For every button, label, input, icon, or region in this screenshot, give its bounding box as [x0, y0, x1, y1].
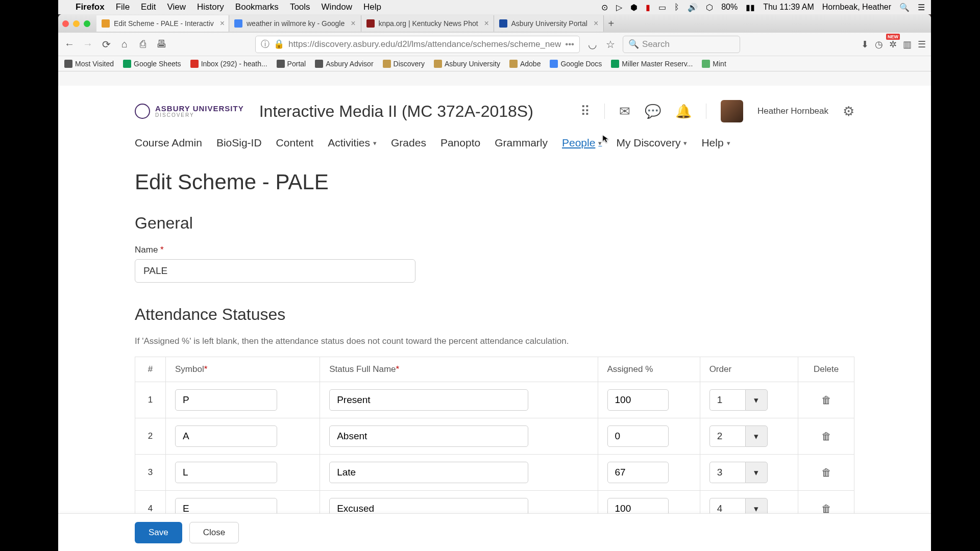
- print-icon[interactable]: 🖶: [155, 38, 167, 50]
- wifi-icon[interactable]: ⬡: [706, 3, 713, 12]
- close-tab-icon[interactable]: ×: [220, 19, 225, 28]
- browser-tab[interactable]: knpa.org | Kentucky News Phot×: [361, 15, 494, 32]
- status-name-input[interactable]: [329, 498, 528, 513]
- bookmark-item[interactable]: Adobe: [509, 60, 541, 68]
- window-maximize-button[interactable]: [84, 20, 90, 27]
- gear-icon[interactable]: ⚙: [843, 104, 854, 119]
- symbol-input[interactable]: [175, 389, 277, 411]
- bookmark-item[interactable]: Discovery: [383, 60, 425, 68]
- close-tab-icon[interactable]: ×: [594, 19, 598, 28]
- nav-item-panopto[interactable]: Panopto: [440, 137, 480, 149]
- bookmark-item[interactable]: Mint: [702, 60, 726, 68]
- nav-item-grades[interactable]: Grades: [391, 137, 426, 149]
- menubar-item[interactable]: Tools: [290, 2, 310, 12]
- status-icon[interactable]: ▮: [646, 3, 650, 12]
- volume-icon[interactable]: 🔊: [688, 3, 698, 12]
- more-icon[interactable]: •••: [565, 39, 574, 49]
- library-icon[interactable]: ⎙: [137, 38, 149, 50]
- close-tab-icon[interactable]: ×: [351, 19, 355, 28]
- back-button[interactable]: ←: [63, 38, 76, 50]
- chevron-down-icon[interactable]: ▾: [745, 498, 768, 513]
- menubar-item[interactable]: Window: [322, 2, 352, 12]
- forward-button[interactable]: →: [82, 38, 94, 50]
- chevron-down-icon[interactable]: ▾: [745, 462, 768, 483]
- menubar-item[interactable]: Bookmarks: [235, 2, 279, 12]
- nav-item-course-admin[interactable]: Course Admin: [135, 137, 202, 149]
- home-button[interactable]: ⌂: [118, 38, 131, 50]
- university-logo[interactable]: ASBURY UNIVERSITY DISCOVERY: [135, 104, 244, 119]
- bookmark-star-icon[interactable]: ☆: [604, 38, 617, 51]
- browser-tab[interactable]: Edit Scheme - PALE - Interactiv×: [96, 15, 229, 32]
- menubar-item[interactable]: Edit: [141, 2, 156, 12]
- downloads-icon[interactable]: ⬇: [861, 39, 869, 50]
- order-select[interactable]: 2▾: [709, 425, 789, 447]
- symbol-input[interactable]: [175, 462, 277, 483]
- chat-icon[interactable]: 💬: [645, 104, 661, 119]
- assigned-pct-input[interactable]: [607, 498, 669, 513]
- bookmark-item[interactable]: Asbury Advisor: [315, 60, 373, 68]
- status-name-input[interactable]: [329, 462, 528, 483]
- bluetooth-icon[interactable]: ᛒ: [674, 3, 679, 12]
- spotlight-icon[interactable]: 🔍: [899, 3, 910, 12]
- close-button[interactable]: Close: [189, 522, 239, 543]
- bookmark-item[interactable]: Miller Master Reserv...: [611, 60, 693, 68]
- dropbox-icon[interactable]: ⬢: [630, 3, 638, 12]
- bookmark-item[interactable]: Google Docs: [550, 60, 602, 68]
- menu-icon[interactable]: ☰: [918, 3, 925, 12]
- clock[interactable]: Thu 11:39 AM: [763, 3, 814, 12]
- menubar-item[interactable]: View: [167, 2, 186, 12]
- symbol-input[interactable]: [175, 425, 277, 447]
- nav-item-activities[interactable]: Activities▾: [328, 137, 377, 149]
- bookmark-item[interactable]: Inbox (292) - heath...: [190, 60, 267, 68]
- window-minimize-button[interactable]: [73, 20, 80, 27]
- reload-button[interactable]: ⟳: [100, 38, 112, 51]
- nav-item-biosig-id[interactable]: BioSig-ID: [216, 137, 262, 149]
- nav-item-content[interactable]: Content: [276, 137, 314, 149]
- assigned-pct-input[interactable]: [607, 462, 669, 483]
- delete-icon[interactable]: 🗑: [821, 394, 831, 406]
- nav-item-people[interactable]: People▾: [562, 137, 602, 149]
- address-bar[interactable]: ⓘ 🔒 https://discovery.asbury.edu/d2l/lms…: [255, 36, 580, 53]
- browser-tab[interactable]: Asbury University Portal×: [494, 15, 604, 32]
- close-tab-icon[interactable]: ×: [484, 19, 489, 28]
- order-select[interactable]: 4▾: [709, 498, 789, 513]
- menubar-item[interactable]: File: [116, 2, 130, 12]
- battery-icon[interactable]: ▮▮: [746, 3, 755, 12]
- chevron-down-icon[interactable]: ▾: [745, 389, 768, 411]
- bookmark-item[interactable]: Asbury University: [434, 60, 500, 68]
- sidebar-icon[interactable]: ▥: [903, 39, 912, 50]
- mail-icon[interactable]: ✉: [619, 104, 630, 119]
- user-name[interactable]: Heather Hornbeak: [757, 106, 828, 116]
- bookmark-item[interactable]: Portal: [277, 60, 306, 68]
- avatar[interactable]: [721, 100, 743, 122]
- chevron-down-icon[interactable]: ▾: [745, 425, 768, 447]
- delete-icon[interactable]: 🗑: [821, 467, 831, 478]
- search-box[interactable]: 🔍 Search: [623, 36, 740, 53]
- order-select[interactable]: 1▾: [709, 389, 789, 411]
- menubar-user[interactable]: Hornbeak, Heather: [822, 3, 891, 12]
- delete-icon[interactable]: 🗑: [821, 431, 831, 442]
- assigned-pct-input[interactable]: [607, 389, 669, 411]
- airplay-icon[interactable]: ▭: [658, 3, 666, 12]
- assigned-pct-input[interactable]: [607, 425, 669, 447]
- symbol-input[interactable]: [175, 498, 277, 513]
- bookmark-item[interactable]: Most Visited: [64, 60, 114, 68]
- nav-item-help[interactable]: Help▾: [701, 137, 730, 149]
- status-name-input[interactable]: [329, 389, 528, 411]
- hamburger-icon[interactable]: ☰: [918, 39, 926, 50]
- addons-icon[interactable]: ✲NEW: [889, 39, 897, 50]
- nav-item-grammarly[interactable]: Grammarly: [495, 137, 548, 149]
- save-button[interactable]: Save: [135, 522, 182, 543]
- pocket-icon[interactable]: ◡: [586, 38, 598, 51]
- bookmark-item[interactable]: Google Sheets: [123, 60, 181, 68]
- status-name-input[interactable]: [329, 425, 528, 447]
- menubar-app-name[interactable]: Firefox: [76, 2, 105, 12]
- new-tab-button[interactable]: +: [604, 18, 618, 30]
- history-icon[interactable]: ◷: [875, 39, 883, 50]
- status-icon[interactable]: ▷: [616, 3, 622, 12]
- menubar-item[interactable]: History: [197, 2, 224, 12]
- apps-grid-icon[interactable]: ⠿: [580, 104, 590, 119]
- bell-icon[interactable]: 🔔: [675, 104, 692, 119]
- browser-tab[interactable]: weather in wilmore ky - Google×: [229, 15, 361, 32]
- name-input[interactable]: [135, 259, 415, 283]
